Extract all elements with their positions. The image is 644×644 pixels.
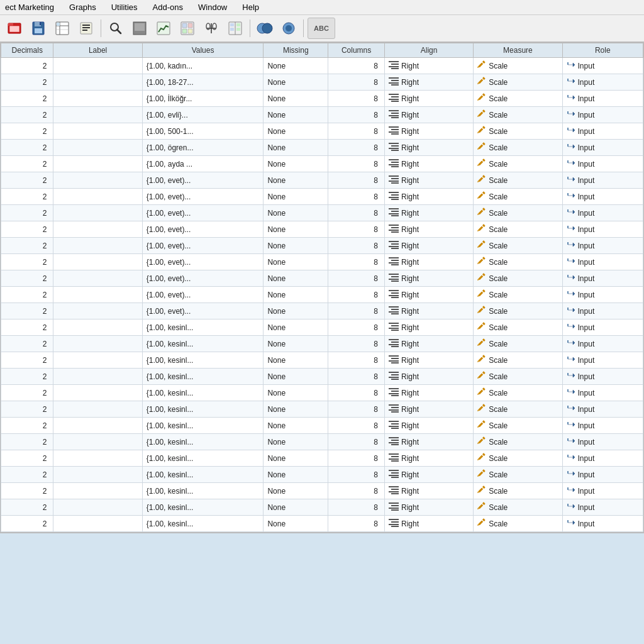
cell-align[interactable]: Right xyxy=(385,205,474,221)
cell-measure[interactable]: Scale xyxy=(474,303,562,319)
cell-align[interactable]: Right xyxy=(385,499,474,516)
table-row[interactable]: 2{1.00, kesinl...None8 Right Scale Input xyxy=(1,385,643,401)
cell-measure[interactable]: Scale xyxy=(474,287,562,303)
cell-decimals[interactable]: 2 xyxy=(1,418,53,434)
cell-values[interactable]: {1.00, evet)... xyxy=(142,287,264,303)
cell-align[interactable]: Right xyxy=(385,140,474,156)
cell-columns[interactable]: 8 xyxy=(328,123,385,140)
cell-role[interactable]: Input xyxy=(562,369,643,385)
table-row[interactable]: 2{1.00, kesinl...None8 Right Scale Input xyxy=(1,450,643,467)
cell-decimals[interactable]: 2 xyxy=(1,221,53,238)
menu-item-graphs[interactable]: Graphs xyxy=(67,1,99,13)
table-row[interactable]: 2{1.00, 18-27...None8 Right Scale Input xyxy=(1,74,643,91)
cell-decimals[interactable]: 2 xyxy=(1,123,53,140)
cell-role[interactable]: Input xyxy=(562,205,643,221)
cell-measure[interactable]: Scale xyxy=(474,499,562,516)
table-row[interactable]: 2{1.00, kadın...None8 Right Scale Input xyxy=(1,58,643,74)
cell-decimals[interactable]: 2 xyxy=(1,467,53,483)
cell-values[interactable]: {1.00, 500-1... xyxy=(142,123,264,140)
cell-values[interactable]: {1.00, kesinl... xyxy=(142,418,264,434)
cell-role[interactable]: Input xyxy=(562,270,643,287)
draft-button[interactable] xyxy=(129,18,150,39)
cell-role[interactable]: Input xyxy=(562,238,643,254)
cell-align[interactable]: Right xyxy=(385,254,474,270)
cell-role[interactable]: Input xyxy=(562,352,643,369)
cell-label[interactable] xyxy=(53,58,142,74)
cell-values[interactable]: {1.00, kesinl... xyxy=(142,516,264,532)
menu-item-help[interactable]: Help xyxy=(240,1,262,13)
table-row[interactable]: 2{1.00, kesinl...None8 Right Scale Input xyxy=(1,336,643,352)
cell-missing[interactable]: None xyxy=(264,418,328,434)
cell-columns[interactable]: 8 xyxy=(328,401,385,418)
cell-label[interactable] xyxy=(53,172,142,189)
cell-values[interactable]: {1.00, kesinl... xyxy=(142,336,264,352)
table-row[interactable]: 2{1.00, kesinl...None8 Right Scale Input xyxy=(1,434,643,450)
cell-align[interactable]: Right xyxy=(385,434,474,450)
cell-measure[interactable]: Scale xyxy=(474,352,562,369)
cell-columns[interactable]: 8 xyxy=(328,287,385,303)
cell-missing[interactable]: None xyxy=(264,516,328,532)
cell-label[interactable] xyxy=(53,91,142,107)
cell-missing[interactable]: None xyxy=(264,91,328,107)
cell-align[interactable]: Right xyxy=(385,303,474,319)
cell-label[interactable] xyxy=(53,483,142,499)
cell-columns[interactable]: 8 xyxy=(328,172,385,189)
cell-missing[interactable]: None xyxy=(264,401,328,418)
cell-role[interactable]: Input xyxy=(562,450,643,467)
cell-values[interactable]: {1.00, 18-27... xyxy=(142,74,264,91)
cell-missing[interactable]: None xyxy=(264,467,328,483)
table-row[interactable]: 2{1.00, kesinl...None8 Right Scale Input xyxy=(1,483,643,499)
cell-role[interactable]: Input xyxy=(562,336,643,352)
cell-columns[interactable]: 8 xyxy=(328,303,385,319)
cell-align[interactable]: Right xyxy=(385,483,474,499)
table-row[interactable]: 2{1.00, evet)...None8 Right Scale Input xyxy=(1,189,643,205)
cell-missing[interactable]: None xyxy=(264,238,328,254)
cell-measure[interactable]: Scale xyxy=(474,74,562,91)
cell-align[interactable]: Right xyxy=(385,107,474,123)
cell-role[interactable]: Input xyxy=(562,516,643,532)
cell-align[interactable]: Right xyxy=(385,189,474,205)
cell-decimals[interactable]: 2 xyxy=(1,74,53,91)
cell-decimals[interactable]: 2 xyxy=(1,156,53,172)
find-button[interactable] xyxy=(105,18,126,39)
cell-missing[interactable]: None xyxy=(264,270,328,287)
cell-role[interactable]: Input xyxy=(562,483,643,499)
cell-decimals[interactable]: 2 xyxy=(1,91,53,107)
cell-label[interactable] xyxy=(53,74,142,91)
cell-missing[interactable]: None xyxy=(264,156,328,172)
cell-label[interactable] xyxy=(53,221,142,238)
cell-missing[interactable]: None xyxy=(264,287,328,303)
cell-missing[interactable]: None xyxy=(264,385,328,401)
cell-columns[interactable]: 8 xyxy=(328,516,385,532)
cell-role[interactable]: Input xyxy=(562,418,643,434)
cell-decimals[interactable]: 2 xyxy=(1,336,53,352)
cell-measure[interactable]: Scale xyxy=(474,221,562,238)
cell-role[interactable]: Input xyxy=(562,467,643,483)
cell-align[interactable]: Right xyxy=(385,172,474,189)
cell-label[interactable] xyxy=(53,385,142,401)
cell-columns[interactable]: 8 xyxy=(328,450,385,467)
cell-values[interactable]: {1.00, kesinl... xyxy=(142,467,264,483)
cell-columns[interactable]: 8 xyxy=(328,270,385,287)
cell-decimals[interactable]: 2 xyxy=(1,499,53,516)
cell-decimals[interactable]: 2 xyxy=(1,369,53,385)
cell-missing[interactable]: None xyxy=(264,189,328,205)
cell-values[interactable]: {1.00, kesinl... xyxy=(142,385,264,401)
table-row[interactable]: 2{1.00, kesinl...None8 Right Scale Input xyxy=(1,319,643,336)
cell-missing[interactable]: None xyxy=(264,140,328,156)
table-row[interactable]: 2{1.00, evet)...None8 Right Scale Input xyxy=(1,221,643,238)
cell-align[interactable]: Right xyxy=(385,270,474,287)
menu-item-marketing[interactable]: ect Marketing xyxy=(3,1,57,13)
table-row[interactable]: 2{1.00, kesinl...None8 Right Scale Input xyxy=(1,516,643,532)
cell-decimals[interactable]: 2 xyxy=(1,434,53,450)
cell-label[interactable] xyxy=(53,369,142,385)
cell-measure[interactable]: Scale xyxy=(474,172,562,189)
cell-decimals[interactable]: 2 xyxy=(1,303,53,319)
cell-measure[interactable]: Scale xyxy=(474,336,562,352)
cell-align[interactable]: Right xyxy=(385,156,474,172)
cell-role[interactable]: Input xyxy=(562,254,643,270)
menu-item-window[interactable]: Window xyxy=(196,1,230,13)
cell-label[interactable] xyxy=(53,352,142,369)
cell-missing[interactable]: None xyxy=(264,58,328,74)
cell-missing[interactable]: None xyxy=(264,450,328,467)
